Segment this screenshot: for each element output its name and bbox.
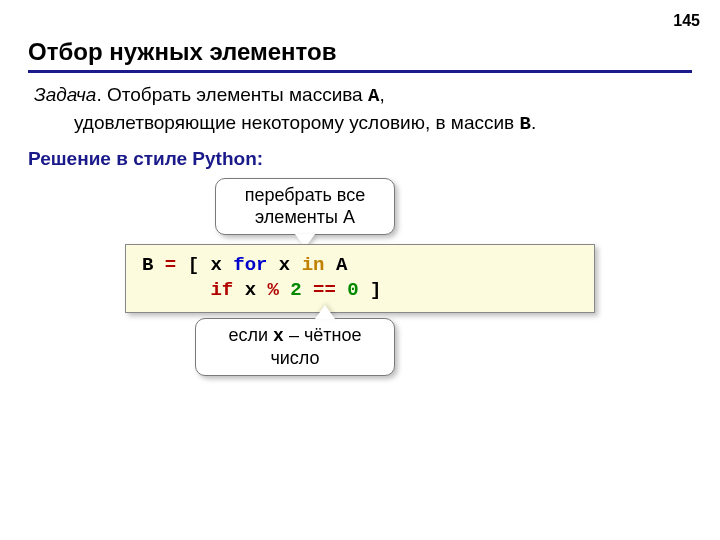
callout-iterate-line1: перебрать все bbox=[234, 185, 376, 207]
callout-iterate-line2: элементы A bbox=[234, 207, 376, 229]
task-line1-end: , bbox=[379, 84, 384, 105]
code-block: B = [ x for x in A if x % 2 == 0 ] bbox=[125, 244, 595, 313]
page-number: 145 bbox=[673, 12, 700, 30]
code-a: A bbox=[324, 254, 347, 276]
task-text: Задача. Отобрать элементы массива A, удо… bbox=[34, 82, 690, 137]
code-x2: x bbox=[267, 254, 301, 276]
callout-cond-line1: если x – чётное bbox=[214, 325, 376, 348]
callout-cond-line2: число bbox=[214, 348, 376, 370]
code-close: ] bbox=[359, 279, 382, 301]
task-line1a: . Отобрать элементы массива bbox=[96, 84, 368, 105]
kw-in: in bbox=[302, 254, 325, 276]
op-eq: == bbox=[313, 279, 336, 301]
page-title: Отбор нужных элементов bbox=[28, 38, 692, 73]
task-label: Задача bbox=[34, 84, 96, 105]
array-b: B bbox=[519, 113, 530, 135]
num-0: 0 bbox=[347, 279, 358, 301]
op-assign: = bbox=[165, 254, 176, 276]
solution-label: Решение в стиле Python: bbox=[28, 148, 263, 170]
code-x3: x bbox=[233, 279, 256, 301]
num-2: 2 bbox=[290, 279, 301, 301]
kw-if: if bbox=[210, 279, 233, 301]
cond-prefix: если bbox=[229, 325, 274, 345]
code-b: B bbox=[142, 254, 153, 276]
kw-for: for bbox=[233, 254, 267, 276]
cond-suffix: – чётное bbox=[284, 325, 362, 345]
op-mod: % bbox=[267, 279, 278, 301]
task-line2: удовлетворяющие некоторому условию, в ма… bbox=[34, 110, 690, 138]
callout-condition: если x – чётное число bbox=[195, 318, 395, 376]
callout-iterate: перебрать все элементы A bbox=[215, 178, 395, 235]
task-line2-end: . bbox=[531, 112, 536, 133]
code-indent bbox=[142, 279, 210, 301]
cond-var: x bbox=[273, 326, 284, 346]
task-line2a: удовлетворяющие некоторому условию, в ма… bbox=[74, 112, 519, 133]
code-bracket-x: [ x bbox=[188, 254, 234, 276]
array-a: A bbox=[368, 85, 379, 107]
